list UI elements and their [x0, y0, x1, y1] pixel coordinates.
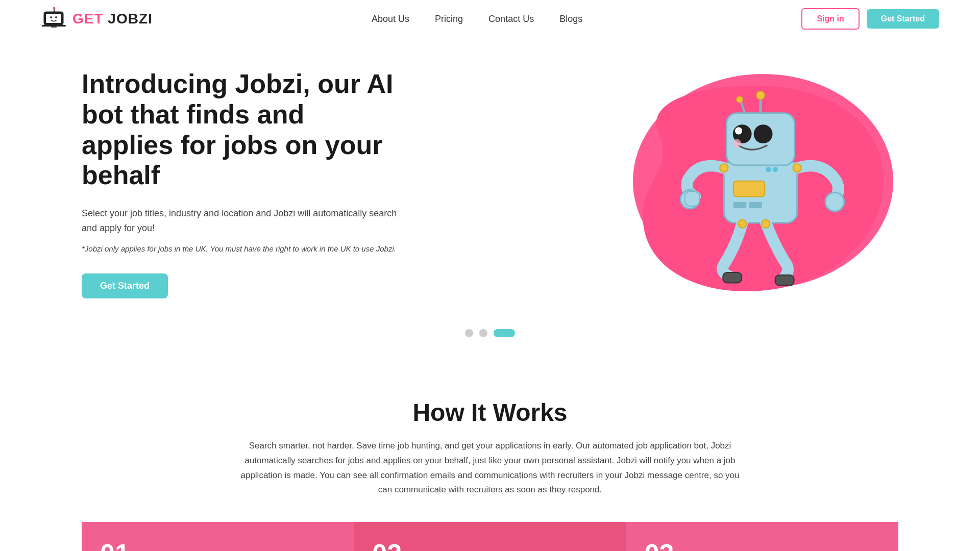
slider-dot-1[interactable] [465, 329, 473, 337]
svg-point-2 [50, 16, 52, 18]
svg-rect-10 [733, 181, 765, 197]
svg-point-26 [825, 192, 844, 211]
svg-rect-28 [775, 275, 794, 285]
svg-point-14 [773, 167, 778, 172]
header-actions: Sign in Get Started [801, 8, 939, 30]
main-nav: About Us Pricing Contact Us Blogs [372, 14, 582, 24]
card-1: 01 Sign up, Upload CV and Specify Job Ti… [82, 522, 354, 551]
svg-rect-27 [723, 272, 742, 283]
svg-rect-11 [733, 202, 747, 208]
logo-text: GET JOBZI [72, 11, 153, 27]
svg-rect-12 [749, 202, 762, 208]
svg-rect-5 [51, 27, 57, 28]
section-description: Search smarter, not harder. Save time jo… [235, 439, 745, 498]
svg-point-32 [762, 219, 770, 228]
svg-point-21 [756, 91, 765, 99]
svg-point-29 [720, 164, 728, 172]
slider-dot-3[interactable] [494, 329, 515, 337]
robot-illustration [643, 77, 878, 296]
signin-button[interactable]: Sign in [801, 8, 859, 30]
hero-section: Introducing Jobzi, our AI bot that finds… [0, 38, 980, 319]
svg-rect-1 [46, 14, 61, 23]
nav-blogs[interactable]: Blogs [559, 14, 582, 24]
svg-point-13 [766, 167, 771, 172]
svg-rect-4 [42, 25, 66, 27]
section-title: How It Works [82, 398, 898, 427]
hero-content: Introducing Jobzi, our AI bot that finds… [82, 69, 398, 298]
svg-point-7 [53, 7, 56, 10]
svg-line-22 [741, 103, 745, 113]
logo-icon [41, 6, 67, 32]
svg-point-23 [737, 96, 743, 103]
how-it-works-section: How It Works Search smarter, not harder.… [0, 368, 980, 551]
svg-point-3 [55, 16, 57, 18]
nav-contact-us[interactable]: Contact Us [488, 14, 534, 24]
hero-subtitle: Select your job titles, industry and loc… [82, 206, 398, 236]
slider-dots [0, 329, 980, 337]
nav-about-us[interactable]: About Us [372, 14, 409, 24]
nav-pricing[interactable]: Pricing [435, 14, 463, 24]
svg-point-19 [733, 139, 741, 147]
hero-image [612, 71, 898, 296]
svg-point-17 [735, 127, 742, 134]
logo: GET JOBZI [41, 6, 153, 32]
get-started-header-button[interactable]: Get Started [867, 9, 939, 29]
get-started-hero-button[interactable]: Get Started [82, 273, 168, 298]
header: GET JOBZI About Us Pricing Contact Us Bl… [0, 0, 980, 38]
card-2-number: 02 [372, 540, 402, 551]
card-2: 02 We Will Automatically Apply For Jobs … [354, 522, 626, 551]
svg-rect-25 [685, 191, 700, 206]
hero-note: *Jobzi only applies for jobs in the UK. … [82, 243, 398, 255]
card-1-number: 01 [100, 540, 130, 551]
cards-row: 01 Sign up, Upload CV and Specify Job Ti… [82, 522, 898, 551]
card-3-number: 03 [645, 540, 674, 551]
slider-dot-2[interactable] [479, 329, 487, 337]
svg-point-30 [793, 164, 801, 172]
card-3: 03 Recruiters Will Call Or Email You Dir… [626, 522, 898, 551]
svg-point-31 [738, 219, 746, 228]
hero-title: Introducing Jobzi, our AI bot that finds… [82, 69, 398, 191]
